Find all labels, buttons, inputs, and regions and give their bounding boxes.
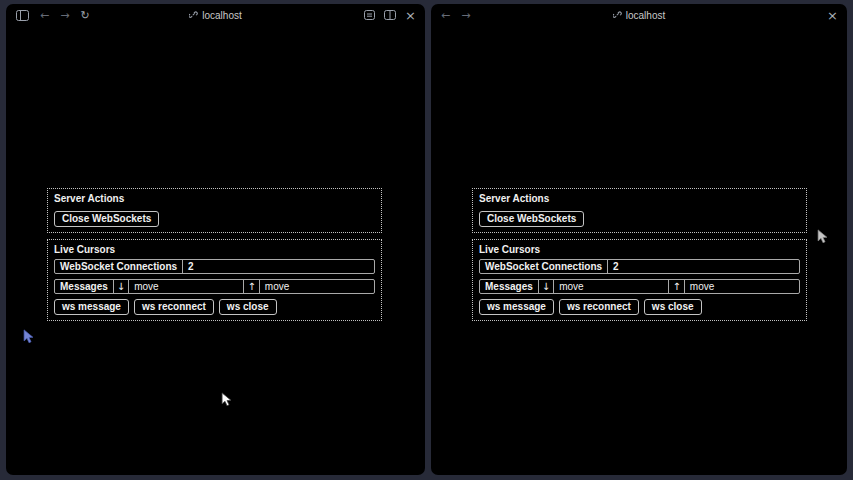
- page-title[interactable]: localhost: [626, 10, 665, 21]
- page-content: Server Actions Close WebSockets Live Cur…: [47, 188, 382, 321]
- arrow-up-icon: ↑: [668, 280, 683, 293]
- address-title: localhost: [431, 4, 847, 26]
- connections-value: 2: [607, 260, 799, 273]
- connections-label: WebSocket Connections: [480, 260, 607, 273]
- link-icon: [613, 10, 622, 21]
- forward-icon[interactable]: →: [60, 10, 69, 21]
- server-actions-heading: Server Actions: [479, 193, 800, 205]
- arrow-up-icon: ↑: [243, 280, 258, 293]
- browser-window-left: ← → ↻ localhost: [6, 4, 425, 475]
- sidebar-toggle-icon[interactable]: [16, 10, 29, 21]
- close-websockets-button[interactable]: Close WebSockets: [479, 211, 584, 227]
- arrow-down-icon: ↓: [113, 280, 128, 293]
- messages-row: Messages ↓ move ↑ move: [479, 279, 800, 294]
- incoming-message-value: move: [128, 280, 243, 293]
- live-cursors-heading: Live Cursors: [54, 244, 375, 256]
- close-icon[interactable]: ×: [405, 9, 416, 22]
- connections-row: WebSocket Connections 2: [54, 259, 375, 274]
- back-icon[interactable]: ←: [40, 10, 49, 21]
- messages-row: Messages ↓ move ↑ move: [54, 279, 375, 294]
- messages-label: Messages: [480, 280, 538, 293]
- close-icon[interactable]: ×: [827, 9, 838, 22]
- forward-icon[interactable]: →: [461, 10, 470, 21]
- ws-reconnect-button[interactable]: ws reconnect: [134, 299, 214, 315]
- ws-message-button[interactable]: ws message: [54, 299, 129, 315]
- live-cursors-box: Live Cursors WebSocket Connections 2 Mes…: [472, 239, 807, 321]
- live-cursors-box: Live Cursors WebSocket Connections 2 Mes…: [47, 239, 382, 321]
- connections-label: WebSocket Connections: [55, 260, 182, 273]
- incoming-message-value: move: [553, 280, 668, 293]
- link-icon: [189, 10, 198, 21]
- live-cursors-heading: Live Cursors: [479, 244, 800, 256]
- ws-buttons-row: ws message ws reconnect ws close: [54, 299, 375, 315]
- reader-list-icon[interactable]: [364, 10, 375, 20]
- ws-buttons-row: ws message ws reconnect ws close: [479, 299, 800, 315]
- outgoing-message-value: move: [259, 280, 374, 293]
- connections-row: WebSocket Connections 2: [479, 259, 800, 274]
- server-actions-box: Server Actions Close WebSockets: [472, 188, 807, 233]
- back-icon[interactable]: ←: [441, 10, 450, 21]
- outgoing-message-value: move: [684, 280, 799, 293]
- split-view-icon[interactable]: [384, 10, 396, 20]
- titlebar[interactable]: ← → localhost ×: [431, 4, 847, 26]
- server-actions-box: Server Actions Close WebSockets: [47, 188, 382, 233]
- ws-close-button[interactable]: ws close: [644, 299, 702, 315]
- remote-cursor-blue: [23, 329, 34, 344]
- ws-reconnect-button[interactable]: ws reconnect: [559, 299, 639, 315]
- close-websockets-button[interactable]: Close WebSockets: [54, 211, 159, 227]
- page-content: Server Actions Close WebSockets Live Cur…: [472, 188, 807, 321]
- titlebar[interactable]: ← → ↻ localhost: [6, 4, 425, 26]
- page-title[interactable]: localhost: [202, 10, 241, 21]
- browser-window-right: ← → localhost × Server Actions Close Web…: [431, 4, 847, 475]
- remote-cursor-gray: [817, 229, 828, 244]
- ws-close-button[interactable]: ws close: [219, 299, 277, 315]
- ws-message-button[interactable]: ws message: [479, 299, 554, 315]
- system-cursor: [221, 392, 232, 407]
- arrow-down-icon: ↓: [538, 280, 553, 293]
- refresh-icon[interactable]: ↻: [80, 10, 89, 21]
- messages-label: Messages: [55, 280, 113, 293]
- connections-value: 2: [182, 260, 374, 273]
- server-actions-heading: Server Actions: [54, 193, 375, 205]
